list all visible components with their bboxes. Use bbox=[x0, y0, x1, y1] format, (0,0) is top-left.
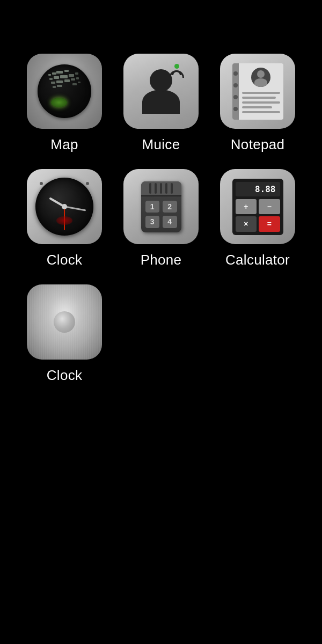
muice-label: Muice bbox=[142, 136, 180, 153]
app-item-calculator[interactable]: 8.88 + − × = Calculator bbox=[215, 169, 301, 268]
svg-rect-10 bbox=[56, 80, 63, 83]
app-grid: Map Muice bbox=[0, 0, 322, 405]
calculator-label: Calculator bbox=[225, 252, 290, 268]
phone-label: Phone bbox=[141, 252, 182, 268]
svg-rect-0 bbox=[48, 74, 51, 76]
svg-rect-7 bbox=[69, 74, 74, 77]
app-item-clock2[interactable]: Clock bbox=[21, 284, 107, 384]
svg-rect-4 bbox=[49, 78, 53, 80]
app-item-notepad[interactable]: Notepad bbox=[215, 54, 301, 153]
svg-rect-12 bbox=[71, 78, 75, 80]
calc-multiply-btn[interactable]: × bbox=[236, 216, 257, 232]
svg-rect-15 bbox=[57, 85, 62, 87]
map-icon[interactable] bbox=[27, 54, 102, 129]
svg-rect-13 bbox=[76, 77, 79, 79]
map-label: Map bbox=[50, 136, 78, 153]
svg-rect-5 bbox=[54, 76, 59, 79]
svg-rect-6 bbox=[60, 75, 68, 78]
app-item-phone[interactable]: 1 2 3 4 Phone bbox=[118, 169, 204, 268]
notepad-icon[interactable] bbox=[220, 54, 295, 129]
svg-rect-2 bbox=[56, 71, 63, 74]
calc-display: 8.88 bbox=[236, 182, 280, 196]
blank-clock-icon[interactable] bbox=[27, 284, 102, 360]
clock-icon[interactable] bbox=[27, 169, 102, 244]
svg-rect-3 bbox=[64, 70, 69, 72]
calc-minus-btn[interactable]: − bbox=[259, 199, 280, 215]
muice-icon[interactable] bbox=[123, 54, 199, 129]
clock-label: Clock bbox=[47, 252, 83, 268]
svg-rect-1 bbox=[52, 72, 56, 75]
svg-rect-9 bbox=[51, 82, 55, 84]
calculator-icon[interactable]: 8.88 + − × = bbox=[220, 169, 295, 244]
svg-rect-11 bbox=[64, 79, 70, 82]
app-item-muice[interactable]: Muice bbox=[118, 54, 204, 153]
svg-rect-17 bbox=[78, 82, 80, 83]
phone-icon[interactable]: 1 2 3 4 bbox=[123, 169, 199, 244]
notepad-label: Notepad bbox=[231, 136, 284, 153]
app-item-map[interactable]: Map bbox=[21, 54, 107, 153]
svg-rect-14 bbox=[53, 86, 56, 88]
calc-plus-btn[interactable]: + bbox=[236, 199, 257, 215]
calc-equals-btn[interactable]: = bbox=[259, 216, 280, 232]
clock2-label: Clock bbox=[47, 367, 83, 384]
app-item-clock[interactable]: Clock bbox=[21, 169, 107, 268]
svg-rect-8 bbox=[75, 72, 78, 75]
svg-rect-16 bbox=[72, 83, 77, 85]
